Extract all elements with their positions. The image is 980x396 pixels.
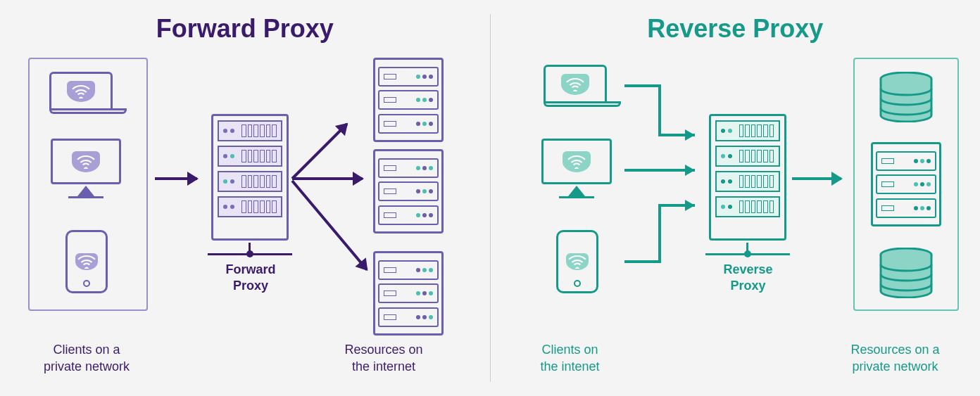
phone-icon [556, 230, 598, 293]
client-arrows [617, 58, 709, 297]
database-icon [878, 72, 934, 125]
reverse-proxy-panel: Reverse Proxy [491, 0, 981, 396]
resource-server-icon [373, 251, 444, 336]
monitor-icon [541, 139, 612, 198]
arrow-clients-to-proxy [155, 177, 197, 180]
resource-server-icon [373, 58, 444, 142]
arrow-proxy-to-resources [792, 177, 841, 180]
laptop-icon [49, 72, 127, 114]
svg-marker-1 [685, 165, 695, 176]
database-icon [878, 248, 934, 301]
laptop-icon [544, 65, 621, 107]
resources-label: Resources on aprivate network [836, 342, 955, 375]
diagram-container: Forward Proxy [0, 0, 980, 396]
network-drop [746, 243, 748, 253]
wifi-icon [561, 74, 589, 95]
reverse-proxy-server-icon [709, 114, 786, 241]
resource-server-icon [373, 149, 444, 234]
forward-title: Forward Proxy [21, 14, 469, 44]
forward-diagram: ForwardProxy [21, 58, 469, 325]
clients-label: Clients onthe intenet [517, 342, 623, 375]
arrow-proxy-to-res3 [291, 180, 367, 271]
svg-marker-0 [685, 129, 695, 141]
arrow-proxy-to-res1 [291, 123, 348, 180]
network-drop [249, 243, 251, 253]
reverse-title: Reverse Proxy [512, 14, 960, 44]
wifi-icon [563, 151, 591, 172]
forward-proxy-label: ForwardProxy [215, 262, 286, 295]
wifi-icon [566, 253, 589, 270]
arrow-proxy-to-res2 [292, 177, 363, 180]
wifi-icon [72, 151, 100, 172]
wifi-icon [67, 81, 95, 102]
clients-label: Clients on aprivate network [27, 342, 146, 375]
wifi-icon [75, 253, 98, 270]
forward-proxy-panel: Forward Proxy [0, 0, 490, 396]
resources-label: Resources onthe internet [324, 342, 444, 375]
monitor-icon [51, 139, 121, 198]
reverse-diagram: ReverseProxy [512, 58, 960, 325]
forward-proxy-server-icon [211, 114, 289, 241]
reverse-proxy-label: ReverseProxy [713, 262, 784, 295]
tablet-icon [65, 230, 108, 293]
svg-marker-2 [685, 200, 695, 211]
resource-server-icon [871, 142, 941, 226]
